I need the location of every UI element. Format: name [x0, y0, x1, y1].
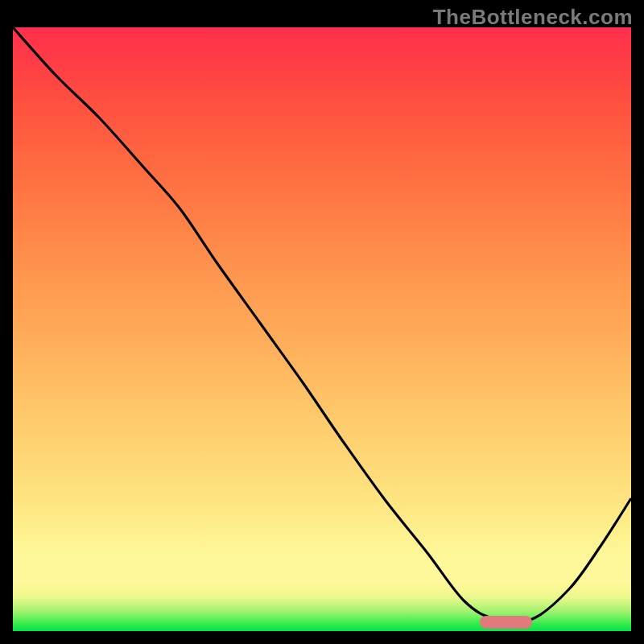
plot-area — [13, 27, 631, 631]
watermark-text: TheBottleneck.com — [433, 5, 633, 30]
optimal-marker — [480, 616, 532, 629]
bottleneck-curve — [13, 27, 631, 631]
curve-path — [13, 27, 631, 622]
chart-frame: TheBottleneck.com — [0, 0, 644, 644]
